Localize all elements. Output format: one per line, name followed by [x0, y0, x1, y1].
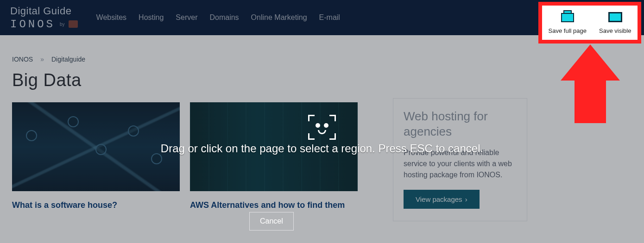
chevron-right-icon: › [465, 195, 467, 203]
page-title: Big Data [12, 70, 383, 90]
nav-websites[interactable]: Websites [96, 13, 127, 22]
save-full-page-label: Save full page [549, 27, 587, 34]
view-packages-label: View packages [416, 195, 462, 203]
nav-server[interactable]: Server [176, 13, 197, 22]
brand-title: Digital Guide [10, 5, 78, 17]
article-title[interactable]: What is a software house? [12, 199, 180, 211]
sidebar-promo-text: Provide powerful and reliable service to… [404, 147, 517, 181]
article-card[interactable]: AWS Alternatives and how to find them [190, 102, 358, 211]
save-full-page-button[interactable]: Save full page [549, 12, 587, 34]
screenshot-extension-toolbar: Save full page Save visible [538, 2, 641, 44]
nav-online-marketing[interactable]: Online Marketing [251, 13, 307, 22]
brand-partner-icon [69, 20, 78, 28]
view-packages-button[interactable]: View packages › [404, 190, 480, 209]
brand-logo: IONOS [10, 18, 55, 31]
full-page-icon [560, 12, 575, 24]
article-card[interactable]: What is a software house? [12, 102, 180, 211]
breadcrumb-sep: » [40, 56, 44, 63]
breadcrumb-ionos[interactable]: IONOS [12, 56, 33, 63]
article-thumbnail [190, 102, 358, 191]
save-visible-button[interactable]: Save visible [599, 12, 631, 34]
save-visible-label: Save visible [599, 27, 631, 34]
cancel-button[interactable]: Cancel [249, 212, 294, 231]
main-nav: Websites Hosting Server Domains Online M… [96, 13, 340, 22]
sidebar-promo-title: Web hosting for agencies [404, 109, 517, 139]
article-thumbnail [12, 102, 180, 191]
article-title[interactable]: AWS Alternatives and how to find them [190, 199, 358, 211]
visible-area-icon [607, 12, 623, 24]
nav-hosting[interactable]: Hosting [139, 13, 164, 22]
nav-domains[interactable]: Domains [209, 13, 239, 22]
brand: Digital Guide IONOS by [10, 5, 78, 31]
sidebar-promo: Web hosting for agencies Provide powerfu… [393, 98, 527, 221]
nav-email[interactable]: E-mail [319, 13, 340, 22]
breadcrumb-digitalguide[interactable]: Digitalguide [51, 56, 85, 63]
breadcrumb: IONOS » Digitalguide [12, 56, 383, 63]
brand-by: by [60, 22, 65, 27]
annotation-arrow [561, 44, 620, 122]
